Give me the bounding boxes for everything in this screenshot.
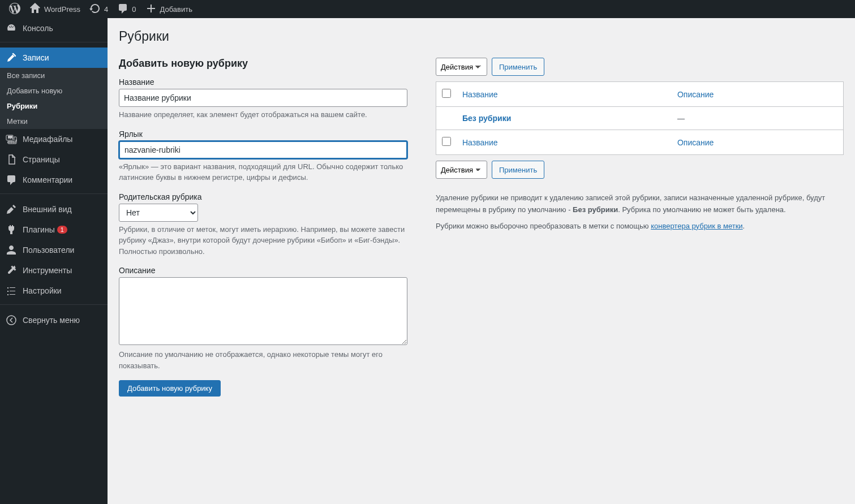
col-desc-footer[interactable]: Описание xyxy=(677,138,714,147)
add-new-link[interactable]: Добавить xyxy=(141,0,197,18)
table-row: Без рубрики — xyxy=(436,107,844,130)
dashboard-icon xyxy=(6,23,17,34)
add-category-form: Добавить новую рубрику Название Название… xyxy=(119,58,419,397)
category-desc: — xyxy=(672,107,844,130)
submenu-categories[interactable]: Рубрики xyxy=(0,98,108,114)
bulk-select-bottom[interactable]: Действия xyxy=(436,161,487,179)
categories-table: Название Описание Без рубрики — Название… xyxy=(436,81,844,155)
footer-notes: Удаление рубрики не приводит к удалению … xyxy=(436,192,844,232)
apply-button-bottom[interactable]: Применить xyxy=(492,161,544,179)
admin-bar: WordPress 4 0 Добавить xyxy=(0,0,855,18)
comments-link[interactable]: 0 xyxy=(113,0,140,18)
menu-label: Настройки xyxy=(23,286,62,295)
sliders-icon xyxy=(6,285,17,296)
admin-sidebar: Консоль Записи Все записи Добавить новую… xyxy=(0,18,108,408)
col-name-header[interactable]: Название xyxy=(462,90,498,99)
desc-help: Описание по умолчанию не отображается, о… xyxy=(119,349,407,371)
plus-icon xyxy=(145,3,157,16)
desc-textarea[interactable] xyxy=(119,277,407,345)
name-label: Название xyxy=(119,77,419,87)
menu-users[interactable]: Пользователи xyxy=(0,240,108,260)
page-title: Рубрики xyxy=(119,24,844,46)
slug-input[interactable] xyxy=(119,141,407,159)
plugins-update-badge: 1 xyxy=(57,226,67,234)
refresh-icon xyxy=(89,3,101,16)
menu-label: Свернуть меню xyxy=(23,316,80,325)
media-icon xyxy=(6,133,17,145)
name-help: Название определяет, как элемент будет о… xyxy=(119,109,407,120)
category-name[interactable]: Без рубрики xyxy=(457,107,672,130)
menu-label: Записи xyxy=(23,53,49,62)
menu-media[interactable]: Медиафайлы xyxy=(0,129,108,149)
pin-icon xyxy=(6,52,17,63)
apply-button-top[interactable]: Применить xyxy=(492,58,544,76)
submenu-all-posts[interactable]: Все записи xyxy=(0,68,108,83)
submenu-tags[interactable]: Метки xyxy=(0,114,108,129)
menu-console[interactable]: Консоль xyxy=(0,18,108,38)
parent-select[interactable]: Нет xyxy=(119,204,198,222)
menu-settings[interactable]: Настройки xyxy=(0,281,108,301)
menu-comments[interactable]: Комментарии xyxy=(0,170,108,190)
page-icon xyxy=(6,154,17,165)
home-icon xyxy=(29,3,41,16)
submenu-add-new[interactable]: Добавить новую xyxy=(0,83,108,98)
content-area: Рубрики Добавить новую рубрику Название … xyxy=(108,18,855,408)
comments-icon xyxy=(6,174,17,186)
comments-count: 0 xyxy=(132,5,136,14)
slug-label: Ярлык xyxy=(119,130,419,139)
menu-label: Внешний вид xyxy=(23,205,72,214)
wp-logo[interactable] xyxy=(5,0,25,18)
menu-posts[interactable]: Записи xyxy=(0,48,108,68)
add-new-label: Добавить xyxy=(160,5,192,14)
converter-link[interactable]: конвертера рубрик в метки xyxy=(651,222,742,230)
menu-label: Комментарии xyxy=(23,175,72,184)
menu-label: Пользователи xyxy=(23,245,74,255)
menu-appearance[interactable]: Внешний вид xyxy=(0,199,108,219)
site-name: WordPress xyxy=(44,5,80,14)
menu-pages[interactable]: Страницы xyxy=(0,149,108,170)
menu-tools[interactable]: Инструменты xyxy=(0,260,108,281)
menu-label: Плагины xyxy=(23,225,55,234)
updates-link[interactable]: 4 xyxy=(85,0,113,18)
desc-label: Описание xyxy=(119,266,419,275)
bulk-actions-top: Действия Применить xyxy=(436,58,844,76)
current-arrow-icon xyxy=(108,53,112,62)
menu-label: Медиафайлы xyxy=(23,135,72,144)
site-name-link[interactable]: WordPress xyxy=(25,0,85,18)
bulk-select-top[interactable]: Действия xyxy=(436,58,487,76)
slug-help: «Ярлык» — это вариант названия, подходящ… xyxy=(119,161,407,183)
menu-label: Инструменты xyxy=(23,266,72,275)
select-all-top[interactable] xyxy=(442,89,451,98)
parent-label: Родительская рубрика xyxy=(119,192,419,201)
wrench-icon xyxy=(6,265,17,276)
bulk-actions-bottom: Действия Применить xyxy=(436,161,844,179)
menu-label: Страницы xyxy=(23,155,60,164)
col-desc-header[interactable]: Описание xyxy=(677,90,714,99)
plugin-icon xyxy=(6,224,17,235)
updates-count: 4 xyxy=(104,5,108,14)
name-input[interactable] xyxy=(119,89,407,107)
select-all-bottom[interactable] xyxy=(442,137,451,146)
categories-list-panel: Действия Применить Название Описание Без… xyxy=(436,58,844,397)
submenu-posts: Все записи Добавить новую Рубрики Метки xyxy=(0,68,108,129)
user-icon xyxy=(6,244,17,256)
brush-icon xyxy=(6,204,17,215)
wordpress-icon xyxy=(9,3,20,16)
menu-collapse[interactable]: Свернуть меню xyxy=(0,310,108,330)
col-name-footer[interactable]: Название xyxy=(462,138,498,147)
submit-button[interactable]: Добавить новую рубрику xyxy=(119,380,221,397)
menu-label: Консоль xyxy=(23,24,53,33)
comment-icon xyxy=(117,3,128,16)
menu-plugins[interactable]: Плагины 1 xyxy=(0,219,108,240)
svg-point-0 xyxy=(7,316,16,325)
form-heading: Добавить новую рубрику xyxy=(119,58,419,70)
parent-help: Рубрики, в отличие от меток, могут иметь… xyxy=(119,224,407,257)
collapse-icon xyxy=(6,315,17,326)
